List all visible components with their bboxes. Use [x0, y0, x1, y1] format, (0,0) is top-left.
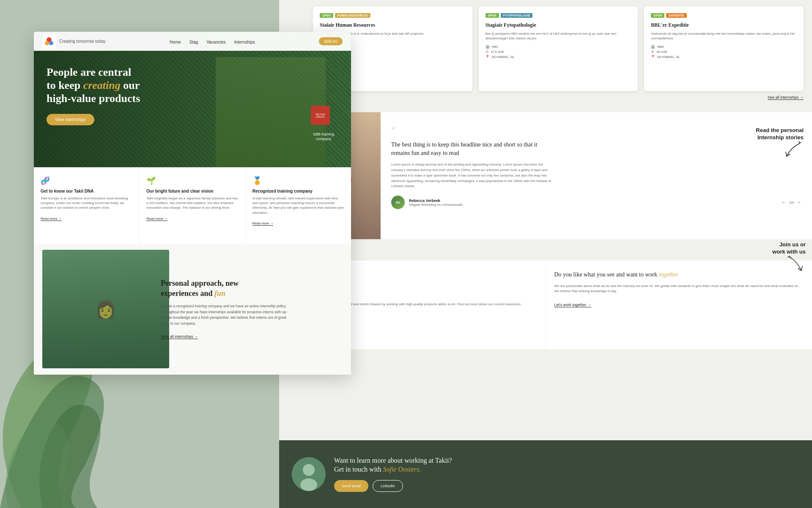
internship-cards-top: OPEN HUMAN RESOURCES Staiair Human Resou…	[313, 6, 804, 91]
intern-card-expeditie-desc: Gedurende de dag ben je voornamelijk bez…	[651, 32, 797, 41]
annotation-stories-text: Read the personalInternship stories	[756, 127, 804, 141]
dna-icon: 🧬	[41, 176, 132, 185]
view-internships-button[interactable]: View internships	[47, 114, 94, 125]
badge-open-hr: OPEN	[320, 13, 333, 18]
intern-card-fyto-meta: 🏢 HBO ⏱ 37,5 UUR 📍 DE KWAKEL, NL	[486, 45, 631, 59]
edu-icon-exp: 🏢	[651, 45, 655, 49]
intern-card-hr-title: Staiair Human Resources	[320, 22, 466, 28]
feature-title-training: Recognized training company	[252, 189, 344, 193]
annotation-join-text: Join us orwork with us	[772, 241, 806, 256]
meta-location-fyto: 📍 DE KWAKEL, NL	[486, 55, 631, 59]
nav-vacancies[interactable]: Vacancies	[206, 40, 225, 44]
intern-card-expeditie: OPEN EXPEDITIE BBL'er Expeditie Gedurend…	[644, 6, 804, 91]
feature-card-dna: 🧬 Get to know our Takii DNA Takii Europe…	[34, 168, 140, 243]
footer-content: Want to learn more about working at Taki…	[334, 456, 452, 492]
cta-right-title: Do you like what you see and want to wor…	[554, 271, 804, 279]
testimonial-quote: The best thing is to keep this headline …	[391, 141, 552, 157]
svg-point-11	[300, 478, 317, 491]
footer-title: Want to learn more about working at Taki…	[334, 456, 452, 474]
cta-right-desc: We are passionate about what we do and t…	[554, 284, 804, 294]
edu-val-exp: MBO	[657, 45, 664, 48]
personal-title: Personal approach, newexperiences and fu…	[161, 279, 334, 298]
testimonial-next[interactable]: →	[796, 199, 801, 205]
cta-cards: OPEN your attention you canopen applicat…	[279, 260, 812, 349]
hero-section: People are centralto keep creating ourhi…	[34, 32, 351, 167]
author-role: Stagiair Marketing en communicatie	[409, 203, 777, 207]
see-all-internships-link[interactable]: See all internships →	[768, 95, 804, 100]
feature-title-vision: Our bright future and clear vision	[146, 189, 238, 193]
testimonial-counter: 1/3	[789, 201, 794, 204]
nav-home[interactable]: Home	[170, 40, 181, 44]
svg-point-10	[303, 464, 315, 476]
testimonial-section: " The best thing is to keep this headlin…	[279, 112, 812, 239]
sofie-photo	[292, 457, 326, 491]
annotation-join-arrow	[785, 256, 806, 273]
nav-stag[interactable]: Stag	[189, 40, 198, 44]
feature-card-training: 🏅 Recognized training company A safe lea…	[246, 168, 351, 243]
badge-expeditie: EXPEDITIE	[666, 13, 687, 18]
intern-card-fyto-badges: OPEN FYTOPATHOLOGIE	[486, 13, 631, 18]
personal-content: Personal approach, newexperiences and fu…	[152, 266, 343, 352]
intern-card-fyto: OPEN FYTOPATHOLOGIE Stagiair Fytopatholo…	[479, 6, 638, 91]
nav-cta-button[interactable]: takii.eu	[319, 37, 343, 45]
hero-hands-image	[216, 57, 326, 167]
personal-desc: We are a recognized training company and…	[161, 304, 288, 326]
badge-hr: HUMAN RESOURCES	[335, 13, 370, 18]
sbb-badge: SBB trainingcompany WELKOMERKEND	[313, 132, 334, 142]
personal-girl-photo: 👩	[42, 250, 169, 368]
cta-right-link[interactable]: Let's work together →	[554, 303, 591, 307]
intern-card-hr-badges: OPEN HUMAN RESOURCES	[320, 13, 466, 18]
testimonial-nav: ← 1/3 →	[782, 199, 801, 205]
feature-title-dna: Get to know our Takii DNA	[41, 189, 132, 193]
testimonial-author: RV Rebecca Verbeek Stagiair Marketing en…	[391, 196, 801, 209]
badge-fyto: FYTOPATHOLOGIE	[501, 13, 533, 18]
annotation-stories-arrow	[782, 141, 804, 158]
quote-icon: "	[391, 125, 801, 136]
edu-icon-fyto: 🏢	[486, 45, 490, 49]
annotation-stories: Read the personalInternship stories	[756, 127, 804, 160]
hero-content: People are centralto keep creating ourhi…	[47, 66, 140, 125]
hours-icon-exp: ⏱	[651, 50, 654, 54]
personal-image: 👩	[42, 250, 169, 368]
badge-open-fyto: OPEN	[486, 13, 499, 18]
sbb-text: SBB trainingcompany	[313, 132, 334, 142]
intern-card-fyto-title: Stagiair Fytopathologie	[486, 22, 631, 28]
intern-card-expeditie-meta: 🏢 MBO ⏱ 30 UUR 📍 DE KWAKEL, NL	[651, 45, 797, 59]
hours-icon-fyto: ⏱	[486, 50, 489, 54]
author-name: Rebecca Verbeek	[409, 199, 777, 203]
testimonial-prev[interactable]: ←	[782, 199, 787, 205]
location-val-exp: DE KWAKEL, NL	[657, 55, 680, 58]
footer-flex: Want to learn more about working at Taki…	[292, 456, 452, 492]
nav-links: Home Stag Vacancies Internships	[170, 38, 255, 45]
logo-icon	[42, 35, 56, 48]
read-more-dna[interactable]: Read more →	[41, 217, 62, 221]
testimonial-content: " The best thing is to keep this headlin…	[381, 112, 812, 239]
meta-hours-fyto: ⏱ 37,5 UUR	[486, 50, 631, 54]
svg-point-1	[45, 41, 49, 45]
welkom-text: WELKOMERKEND	[315, 113, 325, 118]
training-icon: 🏅	[252, 176, 344, 185]
meta-edu-exp: 🏢 MBO	[651, 45, 797, 49]
testimonial-body: Lorem ipsum is simply dummy text of the …	[391, 162, 552, 189]
view-all-internships-link[interactable]: View all internships →	[161, 334, 198, 339]
read-more-training[interactable]: Read more →	[252, 221, 274, 226]
annotation-join: Join us orwork with us	[772, 241, 806, 274]
footer-dark: Want to learn more about working at Taki…	[279, 440, 812, 508]
linkedin-button[interactable]: LinkedIn	[373, 480, 403, 492]
badge-open-exp: OPEN	[651, 13, 664, 18]
location-icon-exp: 📍	[651, 55, 655, 59]
feature-desc-dna: Takii Europe is an ambitious and innovat…	[41, 196, 132, 210]
send-email-button[interactable]: Send email	[334, 480, 368, 492]
location-icon-fyto: 📍	[486, 55, 490, 59]
read-more-vision[interactable]: Read more →	[146, 217, 167, 221]
website-mockup: Creating tomorrow today Home Stag Vacanc…	[34, 32, 351, 375]
nav-internships[interactable]: Internships	[234, 40, 255, 44]
author-avatar: RV	[391, 196, 405, 209]
hero-title: People are centralto keep creating ourhi…	[47, 66, 140, 105]
svg-point-2	[49, 41, 53, 45]
feature-cards: 🧬 Get to know our Takii DNA Takii Europe…	[34, 167, 351, 243]
meta-edu-fyto: 🏢 HBO	[486, 45, 631, 49]
feature-desc-training: A safe learning climate, well-trained su…	[252, 196, 344, 215]
intern-card-expeditie-title: BBL'er Expeditie	[651, 22, 797, 28]
edu-val-fyto: HBO	[492, 45, 498, 48]
